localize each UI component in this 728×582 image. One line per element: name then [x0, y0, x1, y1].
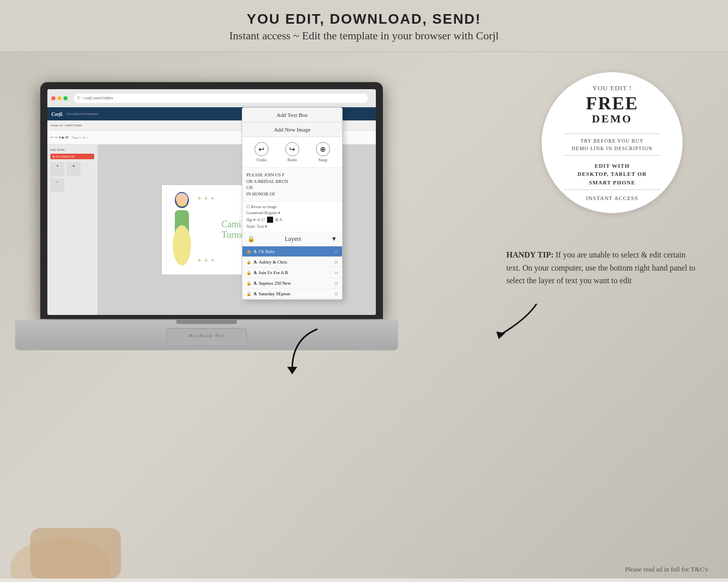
layer-item[interactable]: 🔒 A Supinos 250 New ⊟	[242, 278, 342, 289]
panel-resize-image: ☐ Resize as image	[246, 205, 338, 209]
canvas-decoration-2: ✦ ✦ ✦	[197, 257, 215, 265]
browser-close-dot	[51, 96, 55, 100]
corjl-sidebar: best Items ⊗ INCOMPLETE ✦ ⊕ ✓	[47, 145, 98, 315]
layer-name-2: Ashley & Chris	[259, 260, 333, 265]
layers-title: Layers	[285, 235, 301, 243]
panel-edit-area: ☐ Resize as image Garamond Regular ▾ Hgt…	[242, 202, 342, 232]
layer-delete-icon[interactable]: ⊟	[335, 271, 338, 275]
layer-delete-icon[interactable]: ⊟	[335, 249, 338, 254]
browser-address-bar[interactable]: C ↑ corjl.com/t/orders	[74, 94, 368, 103]
snap-icon-item: ⊕ Snap	[316, 142, 330, 162]
layer-name-4: Supinos 250 New	[259, 281, 333, 286]
corjl-floating-panel: Add Text Box Add New Image ↩ Undo ↪ Redo…	[242, 107, 343, 300]
hand-illustration	[0, 478, 151, 578]
demo-you-edit-label: YOU EDIT !	[592, 84, 632, 92]
demo-divider-2	[564, 155, 660, 156]
demo-edit-with-label: EDIT WITHDESKTOP, TABLET ORSMART PHONE	[577, 162, 647, 187]
layer-item[interactable]: 🔒 A Ashley & Chris ⊟	[242, 257, 342, 268]
handy-tip: HANDY TIP: If you are unable to select &…	[506, 248, 698, 287]
undo-icon[interactable]: ↩	[254, 142, 269, 156]
svg-point-3	[173, 225, 191, 266]
layer-name-5: Saturday SEptem	[259, 291, 333, 296]
demo-try-label: TRY BEFORE YOU BUY DEMO LINK IN DESCRIPT…	[572, 137, 652, 152]
add-new-image-button[interactable]: Add New Image	[242, 122, 342, 137]
layer-delete-icon[interactable]: ⊟	[335, 281, 338, 286]
panel-icons-row: ↩ Undo ↪ Redo ⊕ Snap	[242, 137, 342, 168]
banner-line2: Instant access ~ Edit the template in yo…	[0, 29, 728, 42]
demo-demo-label: DEMO	[592, 112, 632, 125]
corjl-brand: NoocajPartyTemplates	[67, 112, 99, 116]
layer-lock-icon: 🔒	[246, 249, 251, 254]
layers-chevron-icon: ▼	[331, 235, 337, 243]
demo-divider-3	[564, 189, 660, 190]
svg-marker-10	[287, 367, 297, 374]
toolbar-icons: ↩ ↪ ⊕ ▶ ⇄	[50, 136, 69, 140]
layer-lock-icon: 🔒	[246, 271, 251, 275]
layer-name-3: Join Us For A B	[259, 270, 333, 275]
undo-icon-item: ↩ Undo	[254, 142, 269, 162]
top-banner: YOU EDIT, DOWNLOAD, SEND! Instant access…	[0, 0, 728, 52]
layer-type-icon: A	[253, 281, 257, 286]
sidebar-action-2[interactable]: ⊕	[67, 162, 81, 176]
corjl-order-id: Order Id: 1509750394	[50, 123, 82, 127]
add-text-box-button[interactable]: Add Text Box	[242, 108, 342, 122]
redo-label: Redo	[287, 157, 297, 162]
undo-label: Undo	[256, 157, 267, 162]
redo-icon-item: ↪ Redo	[285, 142, 299, 162]
laptop-hinge	[176, 320, 237, 324]
browser-minimize-dot	[57, 96, 61, 100]
sidebar-action-1[interactable]: ✦	[50, 162, 64, 176]
corjl-logo: Corjl.	[51, 111, 63, 117]
panel-style-row: Hgt ▾ ft 17 ⚙ A	[246, 217, 338, 223]
layer-type-icon: A	[253, 249, 257, 254]
layer-delete-icon[interactable]: ⊟	[335, 260, 338, 265]
layer-lock-icon: 🔒	[246, 260, 251, 265]
panel-font-select: Garamond Regular ▾	[246, 211, 338, 215]
svg-point-4	[176, 193, 188, 205]
handy-tip-label: HANDY TIP:	[506, 250, 554, 259]
arrow-from-tip	[491, 299, 542, 339]
toolbar-page: Page 1 of 1	[72, 136, 88, 140]
layer-lock-icon: 🔒	[246, 292, 251, 296]
tc-footer: Please read ad in full for T&C's	[625, 565, 708, 573]
panel-text-preview: PLEASE JOIN US FOR A BRIDAL BRUNCHIN HON…	[242, 168, 342, 202]
browser-chrome: C ↑ corjl.com/t/orders	[47, 89, 376, 107]
snap-icon[interactable]: ⊕	[316, 142, 330, 156]
redo-icon[interactable]: ↪	[285, 142, 299, 156]
arrow-to-layers	[277, 324, 338, 374]
panel-style-text: Style: Text ▾	[246, 224, 338, 229]
layers-header: 🔒 Layers ▼	[242, 232, 342, 246]
panel-color-swatch[interactable]	[267, 217, 273, 223]
snap-label: Snap	[318, 157, 327, 162]
layer-item[interactable]: 🔒 A Join Us For A B ⊟	[242, 268, 342, 278]
demo-divider-1	[564, 134, 660, 134]
canvas-decoration: ✦ ✦ ✦	[197, 195, 215, 203]
layer-type-icon: A	[253, 270, 257, 275]
demo-instant-label: INSTANT ACCESS	[586, 195, 638, 201]
layer-name-1: Oh Baby	[259, 249, 333, 254]
svg-rect-13	[30, 528, 121, 578]
canvas-figure-left	[167, 190, 197, 271]
macbook-label: MacBook Pro	[188, 333, 225, 338]
layer-item[interactable]: 🔒 A Oh Baby ⊟	[242, 246, 342, 257]
layers-panel: 🔒 Layers ▼ 🔒 A Oh Baby ⊟ 🔒 A Ashley & Ch…	[242, 232, 342, 299]
layer-type-icon: A	[253, 291, 257, 296]
browser-maximize-dot	[63, 96, 68, 100]
layer-type-icon: A	[253, 260, 257, 265]
layers-list: 🔒 A Oh Baby ⊟ 🔒 A Ashley & Chris ⊟ 🔒 A J…	[242, 246, 342, 299]
sidebar-action-3[interactable]: ✓	[50, 178, 64, 192]
main-area: C ↑ corjl.com/t/orders Corjl. NoocajPart…	[0, 52, 728, 578]
sidebar-label: best Items	[50, 148, 94, 152]
lock-icon: 🔒	[247, 235, 255, 243]
incomplete-badge: ⊗ INCOMPLETE	[50, 154, 94, 159]
banner-line1: YOU EDIT, DOWNLOAD, SEND!	[0, 11, 728, 27]
layer-delete-icon[interactable]: ⊟	[335, 292, 338, 296]
layer-lock-icon: 🔒	[246, 281, 251, 286]
demo-free-label: FREE	[586, 94, 638, 112]
sidebar-actions: ✦ ⊕ ✓	[50, 162, 94, 192]
demo-circle: YOU EDIT ! FREE DEMO TRY BEFORE YOU BUY …	[542, 72, 683, 213]
layer-item[interactable]: 🔒 A Saturday SEptem ⊟	[242, 289, 342, 299]
